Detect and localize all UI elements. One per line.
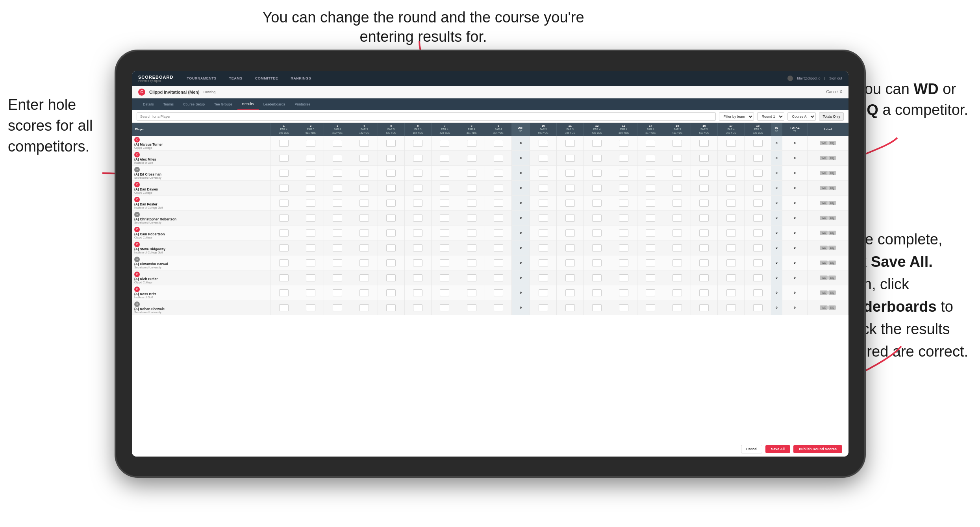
score-hole-10[interactable] — [530, 300, 557, 315]
score-hole-4[interactable] — [351, 255, 378, 270]
score-hole-11[interactable] — [557, 255, 584, 270]
score-input-hole-8[interactable] — [467, 259, 476, 266]
tab-course-setup[interactable]: Course Setup — [178, 98, 209, 110]
score-hole-13[interactable] — [610, 181, 637, 196]
score-input-hole-13[interactable] — [619, 289, 628, 296]
score-input-hole-14[interactable] — [646, 170, 655, 177]
score-hole-5[interactable] — [378, 181, 404, 196]
wd-button[interactable]: WD — [820, 231, 828, 235]
score-hole-14[interactable] — [637, 166, 664, 181]
score-input-hole-3[interactable] — [333, 259, 342, 266]
score-hole-12[interactable] — [584, 240, 610, 255]
dq-button[interactable]: DQ — [828, 276, 836, 280]
score-input-hole-12[interactable] — [592, 200, 602, 207]
score-hole-12[interactable] — [584, 166, 610, 181]
score-hole-18[interactable] — [745, 240, 771, 255]
score-hole-3[interactable] — [324, 300, 351, 315]
nav-committee[interactable]: COMMITTEE — [253, 75, 281, 82]
score-input-hole-10[interactable] — [539, 185, 548, 192]
score-hole-4[interactable] — [351, 166, 378, 181]
score-hole-5[interactable] — [378, 270, 404, 285]
score-input-hole-4[interactable] — [359, 229, 369, 237]
score-input-hole-9[interactable] — [494, 200, 503, 207]
score-input-hole-9[interactable] — [494, 214, 503, 222]
score-input-hole-1[interactable] — [279, 304, 289, 311]
score-hole-1[interactable] — [270, 151, 297, 166]
score-hole-2[interactable] — [297, 196, 324, 211]
score-input-hole-9[interactable] — [494, 229, 503, 237]
score-input-hole-17[interactable] — [726, 229, 736, 237]
score-input-hole-7[interactable] — [440, 185, 449, 192]
score-input-hole-10[interactable] — [539, 214, 548, 222]
score-hole-1[interactable] — [270, 136, 297, 151]
score-input-hole-6[interactable] — [413, 289, 422, 296]
score-hole-14[interactable] — [637, 285, 664, 300]
score-hole-17[interactable] — [717, 300, 744, 315]
score-hole-3[interactable] — [324, 181, 351, 196]
score-input-hole-9[interactable] — [494, 304, 503, 311]
score-input-hole-3[interactable] — [333, 170, 342, 177]
score-input-hole-13[interactable] — [619, 170, 628, 177]
score-hole-10[interactable] — [530, 285, 557, 300]
score-hole-6[interactable] — [404, 285, 431, 300]
score-hole-6[interactable] — [404, 226, 431, 240]
score-hole-3[interactable] — [324, 136, 351, 151]
score-input-hole-7[interactable] — [440, 214, 449, 222]
tab-details[interactable]: Details — [138, 98, 159, 110]
score-hole-5[interactable] — [378, 196, 404, 211]
score-hole-7[interactable] — [431, 166, 458, 181]
score-input-hole-15[interactable] — [672, 214, 682, 222]
score-hole-1[interactable] — [270, 211, 297, 226]
score-hole-4[interactable] — [351, 211, 378, 226]
score-hole-11[interactable] — [557, 181, 584, 196]
score-hole-5[interactable] — [378, 166, 404, 181]
score-hole-5[interactable] — [378, 300, 404, 315]
score-hole-8[interactable] — [458, 136, 485, 151]
score-hole-7[interactable] — [431, 181, 458, 196]
score-input-hole-5[interactable] — [386, 155, 396, 162]
score-hole-13[interactable] — [610, 240, 637, 255]
score-hole-7[interactable] — [431, 196, 458, 211]
score-input-hole-14[interactable] — [646, 200, 655, 207]
score-input-hole-18[interactable] — [753, 155, 763, 162]
score-hole-10[interactable] — [530, 255, 557, 270]
score-hole-16[interactable] — [691, 240, 717, 255]
score-input-hole-14[interactable] — [646, 214, 655, 222]
score-input-hole-14[interactable] — [646, 274, 655, 281]
score-hole-17[interactable] — [717, 226, 744, 240]
score-hole-16[interactable] — [691, 211, 717, 226]
score-hole-10[interactable] — [530, 181, 557, 196]
score-input-hole-5[interactable] — [386, 185, 396, 192]
score-hole-17[interactable] — [717, 196, 744, 211]
score-hole-13[interactable] — [610, 136, 637, 151]
score-input-hole-4[interactable] — [359, 140, 369, 147]
score-hole-18[interactable] — [745, 181, 771, 196]
score-input-hole-2[interactable] — [306, 185, 315, 192]
score-input-hole-3[interactable] — [333, 155, 342, 162]
score-hole-3[interactable] — [324, 166, 351, 181]
score-input-hole-10[interactable] — [539, 304, 548, 311]
score-hole-15[interactable] — [664, 285, 691, 300]
score-input-hole-2[interactable] — [306, 274, 315, 281]
score-input-hole-12[interactable] — [592, 185, 602, 192]
score-input-hole-15[interactable] — [672, 274, 682, 281]
score-input-hole-15[interactable] — [672, 259, 682, 266]
score-hole-12[interactable] — [584, 151, 610, 166]
wd-button[interactable]: WD — [820, 246, 828, 250]
score-input-hole-4[interactable] — [359, 244, 369, 251]
score-hole-12[interactable] — [584, 136, 610, 151]
score-input-hole-8[interactable] — [467, 289, 476, 296]
score-input-hole-4[interactable] — [359, 289, 369, 296]
score-hole-7[interactable] — [431, 136, 458, 151]
score-hole-11[interactable] — [557, 240, 584, 255]
dq-button[interactable]: DQ — [828, 246, 836, 250]
score-input-hole-8[interactable] — [467, 200, 476, 207]
score-hole-13[interactable] — [610, 211, 637, 226]
score-input-hole-3[interactable] — [333, 289, 342, 296]
score-input-hole-5[interactable] — [386, 289, 396, 296]
score-input-hole-8[interactable] — [467, 244, 476, 251]
score-input-hole-18[interactable] — [753, 229, 763, 237]
score-hole-17[interactable] — [717, 136, 744, 151]
score-hole-5[interactable] — [378, 240, 404, 255]
score-input-hole-12[interactable] — [592, 155, 602, 162]
